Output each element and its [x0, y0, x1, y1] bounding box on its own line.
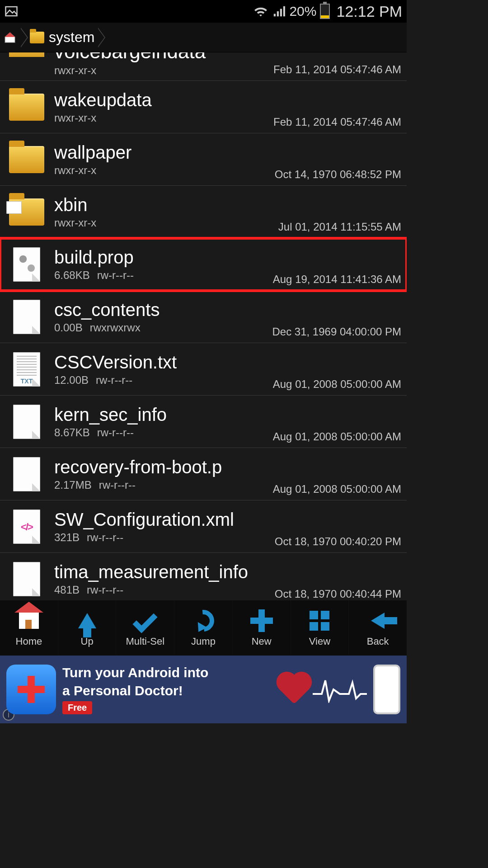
file-date: Aug 01, 2008 05:00:00 AM	[273, 378, 401, 392]
file-permissions: rwxr-xr-x	[54, 164, 96, 177]
plus-icon	[250, 609, 273, 632]
battery-icon	[320, 4, 330, 19]
breadcrumb[interactable]: system	[0, 23, 407, 52]
tool-label: Home	[16, 636, 42, 647]
ad-line1: Turn your Android into	[62, 665, 277, 680]
file-size: 2.17MB	[54, 479, 92, 491]
home-icon[interactable]	[3, 30, 17, 45]
list-item[interactable]: tima_measurement_info481Brw-r--r--Oct 18…	[0, 553, 407, 605]
file-permissions: rw-r--r--	[97, 269, 134, 282]
file-size: 8.67KB	[54, 426, 90, 439]
back-button[interactable]: Back	[349, 600, 407, 656]
xml-file-icon: </>	[13, 509, 40, 544]
file-date: Aug 19, 2014 11:41:36 AM	[273, 273, 401, 287]
file-icon	[13, 562, 40, 596]
file-size: 12.00B	[54, 374, 89, 387]
file-size: 481B	[54, 584, 80, 596]
file-size: 6.68KB	[54, 269, 90, 282]
file-icon	[13, 405, 40, 439]
jump-icon	[188, 605, 219, 636]
grid-icon	[310, 611, 329, 631]
chevron-right-icon	[21, 28, 28, 47]
file-name: kern_sec_info	[54, 405, 273, 425]
file-date: Oct 18, 1970 00:40:20 PM	[275, 535, 401, 549]
file-date: Oct 14, 1970 06:48:52 PM	[275, 168, 401, 182]
file-name: voicebargeindata	[54, 52, 273, 62]
list-item[interactable]: build.prop6.68KBrw-r--r--Aug 19, 2014 11…	[0, 238, 407, 291]
folder-icon	[9, 52, 44, 57]
folder-icon	[9, 146, 44, 173]
clock: 12:12 PM	[336, 3, 402, 20]
view-button[interactable]: View	[291, 600, 349, 656]
check-icon	[133, 608, 158, 633]
wifi-icon	[253, 5, 268, 18]
list-item[interactable]: kern_sec_info8.67KBrw-r--r--Aug 01, 2008…	[0, 396, 407, 448]
list-item[interactable]: </>SW_Configuration.xml321Brw-r--r--Oct …	[0, 500, 407, 553]
list-item[interactable]: xbinrwxr-xr-xJul 01, 2014 11:15:55 AM	[0, 186, 407, 238]
tool-label: Jump	[191, 636, 216, 647]
arrow-up-icon	[78, 613, 96, 628]
ekg-icon	[313, 676, 367, 703]
file-date: Feb 11, 2014 05:47:46 AM	[273, 116, 401, 129]
file-permissions: rw-r--r--	[87, 531, 123, 544]
home-icon	[19, 613, 39, 629]
image-icon	[5, 5, 18, 18]
file-size: 321B	[54, 531, 80, 544]
txt-file-icon: TXT	[13, 352, 40, 387]
file-permissions: rw-r--r--	[97, 426, 134, 439]
folder-icon	[9, 198, 44, 226]
file-permissions: rwxrwxrwx	[90, 321, 141, 334]
ad-banner[interactable]: i Turn your Android into a Personal Doct…	[0, 656, 407, 723]
file-name: wallpaper	[54, 142, 275, 162]
file-permissions: rwxr-xr-x	[54, 217, 96, 229]
folder-icon	[30, 32, 44, 43]
tool-label: New	[252, 636, 272, 647]
file-name: xbin	[54, 195, 278, 215]
file-name: CSCVersion.txt	[54, 352, 273, 372]
file-permissions: rw-r--r--	[87, 584, 123, 596]
file-permissions: rwxr-xr-x	[54, 112, 96, 124]
file-name: build.prop	[54, 247, 273, 267]
battery-percent: 20%	[289, 4, 316, 19]
tool-label: Back	[367, 636, 389, 647]
file-permissions: rw-r--r--	[99, 479, 136, 491]
list-item[interactable]: voicebargeindatarwxr-xr-xFeb 11, 2014 05…	[0, 52, 407, 81]
list-item[interactable]: TXTCSCVersion.txt12.00Brw-r--r--Aug 01, …	[0, 343, 407, 396]
heart-icon	[279, 675, 309, 704]
list-item[interactable]: wallpaperrwxr-xr-xOct 14, 1970 06:48:52 …	[0, 133, 407, 186]
file-permissions: rw-r--r--	[96, 374, 132, 387]
bottom-toolbar: Home Up Multi-Sel Jump New View Back	[0, 600, 407, 656]
file-name: SW_Configuration.xml	[54, 509, 275, 529]
file-name: tima_measurement_info	[54, 562, 275, 582]
multiselect-button[interactable]: Multi-Sel	[116, 600, 174, 656]
medical-cross-icon	[18, 676, 45, 703]
file-date: Jul 01, 2014 11:15:55 AM	[278, 221, 401, 234]
up-button[interactable]: Up	[58, 600, 117, 656]
folder-icon	[9, 94, 44, 121]
file-date: Dec 31, 1969 04:00:00 PM	[272, 326, 401, 339]
new-button[interactable]: New	[233, 600, 291, 656]
chevron-right-icon	[98, 28, 105, 47]
home-button[interactable]: Home	[0, 600, 58, 656]
ad-line2: a Personal Doctor!	[62, 683, 277, 698]
ad-badge: Free	[62, 701, 92, 714]
file-list[interactable]: voicebargeindatarwxr-xr-xFeb 11, 2014 05…	[0, 52, 407, 615]
arrow-left-icon	[371, 613, 385, 629]
file-name: wakeupdata	[54, 90, 273, 110]
signal-icon	[272, 5, 286, 18]
file-size: 0.00B	[54, 321, 83, 334]
file-date: Oct 18, 1970 00:40:44 PM	[275, 588, 401, 601]
phone-icon	[373, 665, 400, 714]
tool-label: View	[309, 636, 330, 647]
ad-app-icon	[6, 665, 56, 714]
file-permissions: rwxr-xr-x	[54, 64, 96, 77]
list-item[interactable]: csc_contents0.00BrwxrwxrwxDec 31, 1969 0…	[0, 291, 407, 343]
file-icon	[13, 300, 40, 334]
list-item[interactable]: wakeupdatarwxr-xr-xFeb 11, 2014 05:47:46…	[0, 81, 407, 133]
jump-button[interactable]: Jump	[174, 600, 233, 656]
status-bar: 20% 12:12 PM	[0, 0, 407, 23]
tool-label: Multi-Sel	[126, 636, 165, 647]
list-item[interactable]: recovery-from-boot.p2.17MBrw-r--r--Aug 0…	[0, 448, 407, 500]
file-name: recovery-from-boot.p	[54, 457, 273, 477]
file-date: Feb 11, 2014 05:47:46 AM	[273, 63, 401, 77]
